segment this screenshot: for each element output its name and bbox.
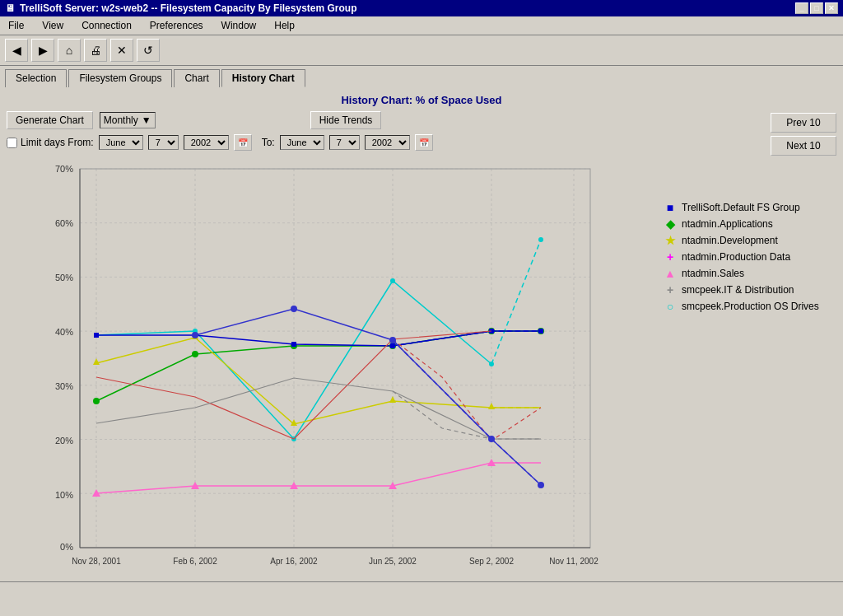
svg-rect-0 (80, 169, 590, 548)
window-title: TrelliSoft Server: w2s-web2 -- Filesyste… (20, 2, 356, 14)
main-content: History Chart: % of Space Used Generate … (0, 87, 843, 581)
print-button[interactable]: 🖨 (84, 39, 107, 62)
svg-point-63 (538, 482, 544, 488)
svg-point-37 (93, 398, 100, 404)
tab-bar: Selection Filesystem Groups Chart Histor… (0, 66, 843, 87)
legend-item-0: ■ TrelliSoft.Default FS Group (664, 202, 836, 213)
svg-text:30%: 30% (55, 381, 73, 391)
svg-text:Jun 25, 2002: Jun 25, 2002 (369, 557, 417, 566)
svg-text:Nov 11, 2002: Nov 11, 2002 (549, 557, 598, 566)
legend-label-0: TrelliSoft.Default FS Group (682, 202, 800, 213)
svg-rect-50 (291, 342, 296, 347)
minimize-button[interactable]: _ (795, 2, 808, 14)
legend: ■ TrelliSoft.Default FS Group ◆ ntadmin.… (655, 161, 836, 575)
legend-label-2: ntadmin.Development (682, 235, 778, 246)
tab-filesystem-groups[interactable]: Filesystem Groups (68, 69, 172, 87)
close-tab-button[interactable]: ✕ (110, 39, 133, 62)
from-day-select[interactable]: 7 (148, 135, 179, 150)
forward-button[interactable]: ▶ (31, 39, 54, 62)
to-day-select[interactable]: 7 (329, 135, 360, 150)
generate-chart-button[interactable]: Generate Chart (7, 111, 93, 129)
back-button[interactable]: ◀ (5, 39, 28, 62)
svg-rect-48 (94, 333, 99, 338)
from-year-select[interactable]: 2002 (184, 135, 229, 150)
tab-history-chart[interactable]: History Chart (221, 69, 305, 87)
legend-icon-0: ■ (664, 202, 677, 213)
legend-label-1: ntadmin.Applications (682, 218, 773, 230)
next-button[interactable]: Next 10 (771, 136, 836, 156)
tab-chart[interactable]: Chart (174, 69, 219, 87)
svg-text:0%: 0% (60, 542, 73, 552)
to-year-select[interactable]: 2002 (365, 135, 410, 150)
limit-days-checkbox[interactable] (7, 138, 17, 148)
home-button[interactable]: ⌂ (58, 39, 81, 62)
hide-trends-button[interactable]: Hide Trends (310, 111, 382, 129)
chart-title: History Chart: % of Space Used (7, 94, 836, 106)
legend-label-3: ntadmin.Production Data (682, 251, 790, 263)
menu-view[interactable]: View (37, 18, 68, 33)
svg-point-61 (389, 337, 396, 343)
svg-point-60 (291, 306, 297, 312)
close-button[interactable]: ✕ (825, 2, 838, 14)
menu-help[interactable]: Help (269, 18, 300, 33)
svg-point-59 (192, 332, 198, 338)
svg-text:60%: 60% (55, 218, 73, 228)
menu-bar: File View Connection Preferences Window … (0, 16, 843, 35)
chart-svg: 70% 60% 50% 40% 30% 20% 10% 0% Nov 28, 2… (7, 161, 647, 572)
legend-icon-6: ○ (664, 301, 677, 312)
svg-point-35 (489, 362, 494, 366)
prev-button[interactable]: Prev 10 (771, 113, 836, 133)
from-month-select[interactable]: June (99, 135, 143, 150)
legend-label-6: smcpeek.Production OS Drives (682, 301, 819, 312)
svg-text:20%: 20% (55, 436, 73, 446)
dropdown-arrow-icon: ▼ (142, 114, 151, 126)
svg-text:50%: 50% (55, 273, 73, 282)
legend-icon-1: ◆ (664, 218, 677, 230)
legend-item-1: ◆ ntadmin.Applications (664, 218, 836, 230)
svg-rect-51 (390, 343, 395, 348)
svg-text:Sep 2, 2002: Sep 2, 2002 (469, 557, 514, 566)
monthly-dropdown[interactable]: Monthly ▼ (100, 112, 156, 128)
svg-point-38 (192, 351, 198, 357)
legend-icon-3: + (664, 251, 677, 263)
from-calendar-icon[interactable]: 📅 (234, 134, 252, 151)
legend-icon-2: ★ (664, 235, 677, 246)
legend-label-5: smcpeek.IT & Distribution (682, 284, 794, 296)
svg-text:Nov 28, 2001: Nov 28, 2001 (72, 557, 121, 566)
status-bar (0, 581, 843, 598)
svg-text:40%: 40% (55, 327, 73, 337)
title-bar: 🖥 TrelliSoft Server: w2s-web2 -- Filesys… (0, 0, 843, 16)
legend-item-3: + ntadmin.Production Data (664, 251, 836, 263)
legend-item-2: ★ ntadmin.Development (664, 235, 836, 246)
refresh-button[interactable]: ↺ (137, 39, 160, 62)
svg-point-62 (488, 436, 495, 442)
to-month-select[interactable]: June (280, 135, 324, 150)
to-label: To: (262, 137, 275, 148)
limit-days-label: Limit days From: (7, 137, 94, 148)
svg-text:10%: 10% (55, 490, 73, 500)
menu-window[interactable]: Window (217, 18, 262, 33)
toolbar: ◀ ▶ ⌂ 🖨 ✕ ↺ (0, 35, 843, 66)
maximize-button[interactable]: □ (810, 2, 823, 14)
legend-icon-5: + (664, 284, 677, 296)
to-calendar-icon[interactable]: 📅 (415, 134, 433, 151)
svg-rect-53 (538, 329, 543, 334)
menu-connection[interactable]: Connection (77, 18, 137, 33)
legend-item-5: + smcpeek.IT & Distribution (664, 284, 836, 296)
svg-text:Feb 6, 2002: Feb 6, 2002 (173, 557, 217, 566)
tab-selection[interactable]: Selection (5, 69, 67, 87)
legend-item-4: ▲ ntadmin.Sales (664, 268, 836, 279)
menu-file[interactable]: File (3, 18, 29, 33)
svg-point-34 (390, 278, 395, 283)
chart-area: 70% 60% 50% 40% 30% 20% 10% 0% Nov 28, 2… (7, 161, 836, 575)
legend-icon-4: ▲ (664, 268, 677, 279)
menu-preferences[interactable]: Preferences (145, 18, 208, 33)
svg-point-36 (538, 237, 543, 242)
chart-container: 70% 60% 50% 40% 30% 20% 10% 0% Nov 28, 2… (7, 161, 647, 575)
svg-text:70%: 70% (55, 164, 73, 174)
legend-label-4: ntadmin.Sales (682, 268, 744, 279)
app-icon: 🖥 (5, 2, 15, 14)
legend-item-6: ○ smcpeek.Production OS Drives (664, 301, 836, 312)
svg-text:Apr 16, 2002: Apr 16, 2002 (270, 557, 318, 566)
